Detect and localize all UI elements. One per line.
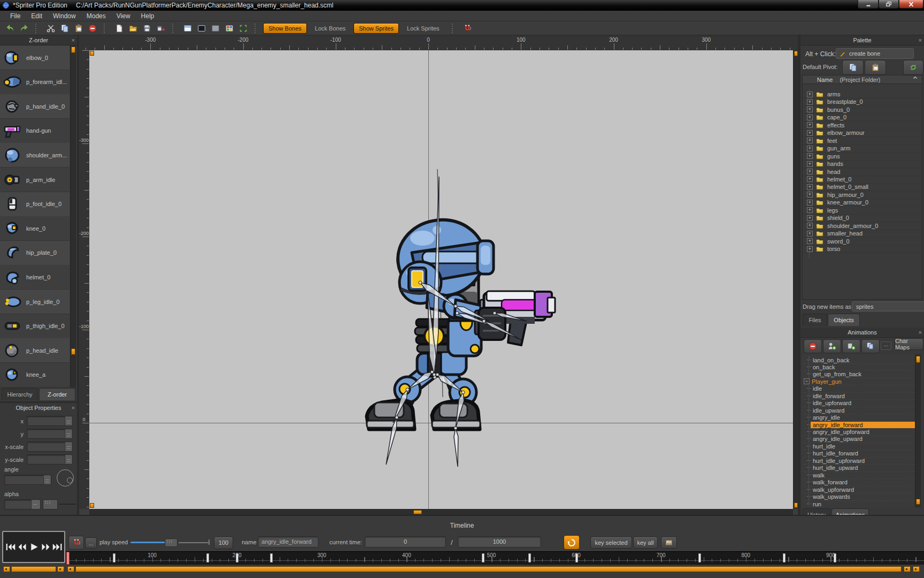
menu-window[interactable]: Window bbox=[48, 11, 81, 21]
folder-item-gun_arm[interactable]: +gun_arm bbox=[803, 144, 922, 153]
open-folder-button[interactable] bbox=[126, 22, 140, 34]
folder-item-cape_0[interactable]: +cape_0 bbox=[803, 113, 922, 121]
folder-item-hands[interactable]: +hands bbox=[803, 160, 922, 168]
menu-view[interactable]: View bbox=[112, 11, 135, 21]
animation-item-walk_upwards[interactable]: walk_upwards bbox=[802, 493, 915, 501]
undo-button[interactable] bbox=[3, 22, 17, 34]
toggle-show-bones[interactable]: Show Bones bbox=[263, 23, 307, 34]
panel-close-icon[interactable]: × bbox=[919, 328, 922, 337]
z-order-scrollbar[interactable] bbox=[70, 45, 76, 387]
copy-button[interactable] bbox=[58, 22, 72, 34]
current-time-value[interactable]: 0 bbox=[365, 536, 446, 547]
animation-item-hurt_idle_upforward[interactable]: hurt_idle_upforward bbox=[802, 457, 915, 465]
restore-button[interactable] bbox=[879, 0, 899, 9]
folder-item-hip_armour_0[interactable]: +hip_armour_0 bbox=[803, 191, 922, 199]
animation-item-run[interactable]: run bbox=[802, 500, 915, 507]
add-key-button[interactable] bbox=[842, 339, 860, 353]
alpha-slider-track[interactable] bbox=[59, 504, 76, 505]
x-scale-input[interactable] bbox=[27, 442, 73, 452]
bone-tool-selector[interactable]: create bone bbox=[836, 48, 914, 59]
timeline-scroll-end[interactable] bbox=[913, 566, 920, 572]
animation-item-idle_upward[interactable]: idle_upward bbox=[802, 407, 915, 414]
tab-z-order[interactable]: Z-order bbox=[39, 388, 75, 400]
angle-input[interactable] bbox=[4, 475, 51, 485]
keyframe-marker[interactable] bbox=[270, 553, 273, 562]
folder-item-guns[interactable]: +guns bbox=[803, 153, 922, 161]
animation-item-hurt_idle_upward[interactable]: hurt_idle_upward bbox=[802, 465, 915, 472]
folder-item-legs[interactable]: +legs bbox=[803, 207, 922, 215]
tab-hierarchy[interactable]: Hierarchy bbox=[2, 388, 38, 400]
folder-item-effects[interactable]: +effects bbox=[803, 121, 922, 130]
animation-item-on_back[interactable]: on_back bbox=[802, 363, 915, 371]
expand-icon[interactable]: + bbox=[807, 231, 813, 237]
keyframe-marker[interactable] bbox=[236, 553, 238, 562]
minimize-button[interactable] bbox=[858, 0, 879, 9]
z-order-item-shoulder-arm-[interactable]: shoulder_arm... bbox=[0, 143, 70, 168]
skip-to-start-button[interactable] bbox=[5, 539, 16, 555]
close-button[interactable] bbox=[899, 0, 923, 9]
loop-button[interactable] bbox=[564, 535, 580, 550]
menu-edit[interactable]: Edit bbox=[26, 11, 47, 21]
toggle-lock-bones[interactable]: Lock Bones bbox=[310, 24, 350, 33]
z-order-list[interactable]: elbow_0p_forearm_idl...p_hand_idle_0hand… bbox=[0, 45, 70, 387]
animation-item-Player_gun[interactable]: −Player_gun bbox=[802, 378, 915, 385]
canvas-horizontal-scrollbar[interactable] bbox=[89, 509, 793, 515]
snap-button[interactable] bbox=[68, 536, 84, 550]
menu-file[interactable]: File bbox=[5, 11, 25, 21]
tab-files[interactable]: Files bbox=[803, 314, 827, 326]
animation-item-hurt_idle_forward[interactable]: hurt_idle_forward bbox=[802, 450, 915, 458]
title-bar[interactable]: *Spriter Pro Edition C:/Art Packs/RunNGu… bbox=[0, 0, 924, 11]
previous-frame-button[interactable] bbox=[17, 539, 28, 555]
keyframe-marker[interactable] bbox=[528, 553, 531, 562]
expand-icon[interactable]: + bbox=[807, 153, 813, 159]
pivot-refresh-button[interactable] bbox=[903, 60, 923, 75]
folder-item-breastplate_0[interactable]: +breastplate_0 bbox=[803, 98, 922, 106]
view-dark-button[interactable] bbox=[195, 22, 209, 34]
play-button[interactable] bbox=[28, 539, 40, 555]
z-order-item-p-foot-idle-0[interactable]: p_foot_idle_0 bbox=[0, 192, 70, 217]
angle-dial[interactable] bbox=[57, 469, 74, 486]
pivot-paste-button[interactable] bbox=[865, 60, 886, 75]
keyframe-marker[interactable] bbox=[834, 553, 836, 562]
animation-canvas[interactable] bbox=[89, 50, 793, 509]
animation-item-idle[interactable]: idle bbox=[802, 385, 915, 393]
next-frame-button[interactable] bbox=[40, 539, 51, 555]
z-order-item-p-thigh-idle-0[interactable]: p_thigh_idle_0 bbox=[0, 314, 70, 339]
timeline-scroll-thumb[interactable] bbox=[75, 566, 902, 572]
animation-item-idle_forward[interactable]: idle_forward bbox=[802, 392, 915, 400]
expand-icon[interactable]: + bbox=[807, 146, 813, 151]
expand-icon[interactable]: + bbox=[807, 238, 813, 244]
expand-icon[interactable]: + bbox=[807, 130, 813, 136]
tab-objects[interactable]: Objects bbox=[828, 314, 860, 326]
folder-item-head[interactable]: +head bbox=[803, 168, 922, 176]
z-order-item-knee-a[interactable]: knee_a bbox=[0, 363, 70, 387]
folder-item-knee_armour_0[interactable]: +knee_armour_0 bbox=[803, 199, 922, 207]
canvas-horizontal-ruler[interactable]: -300-200-1000100200300 bbox=[79, 35, 798, 51]
fit-view-button[interactable] bbox=[236, 22, 250, 34]
view-gray-button[interactable] bbox=[209, 22, 222, 34]
import-button[interactable] bbox=[154, 22, 168, 34]
folder-item-torso[interactable]: +torso bbox=[803, 245, 922, 253]
menu-modes[interactable]: Modes bbox=[82, 11, 111, 21]
expand-icon[interactable]: + bbox=[807, 169, 813, 174]
expand-icon[interactable]: + bbox=[807, 215, 813, 221]
timeline-more-button[interactable]: ... bbox=[85, 537, 97, 549]
toggle-lock-sprites[interactable]: Lock Sprites bbox=[402, 24, 444, 33]
x-input[interactable] bbox=[27, 416, 73, 426]
folder-item-shoulder_armour_0[interactable]: +shoulder_armour_0 bbox=[803, 222, 922, 230]
canvas-vertical-ruler[interactable]: -400-300-200-1000 bbox=[79, 50, 90, 509]
delete-animation-button[interactable] bbox=[804, 339, 822, 353]
keyframe-marker[interactable] bbox=[113, 553, 116, 562]
animations-more-button[interactable]: ... bbox=[881, 341, 891, 350]
view-window-button[interactable] bbox=[181, 22, 195, 34]
expand-icon[interactable]: + bbox=[807, 99, 813, 105]
expand-icon[interactable]: + bbox=[807, 223, 813, 229]
panel-close-icon[interactable]: × bbox=[72, 404, 75, 412]
timeline-scroll-end[interactable] bbox=[67, 566, 74, 572]
snap-magnet-button[interactable] bbox=[460, 22, 474, 34]
expand-icon[interactable]: + bbox=[807, 92, 813, 97]
keyframe-marker[interactable] bbox=[783, 553, 786, 562]
delete-button[interactable] bbox=[86, 22, 99, 34]
animation-item-angry_idle_forward[interactable]: angry_idle_forward bbox=[802, 421, 915, 429]
character-sprite[interactable] bbox=[89, 50, 793, 509]
